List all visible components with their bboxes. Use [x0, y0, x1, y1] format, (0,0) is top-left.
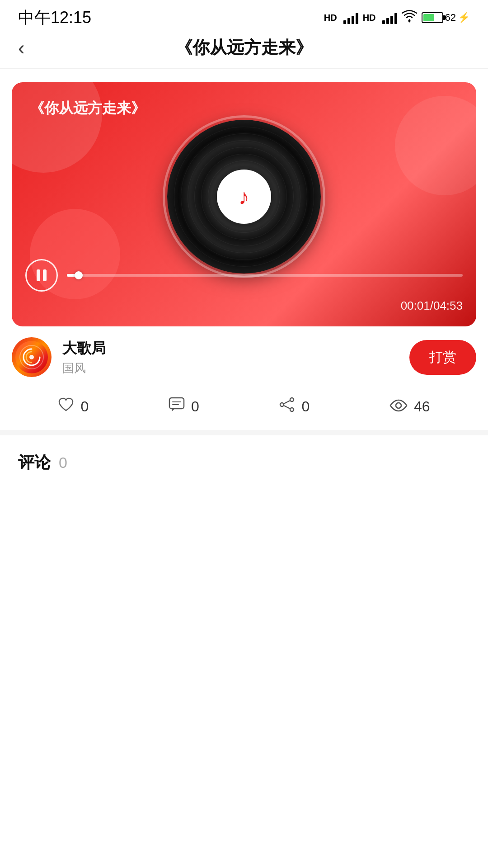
comments-header: 评论 0 [18, 452, 470, 474]
vinyl-container: ♪ [167, 120, 321, 274]
player-song-title: 《你从远方走来》 [30, 99, 145, 118]
svg-line-9 [284, 401, 290, 404]
progress-dot [75, 271, 83, 279]
share-icon [279, 397, 295, 416]
status-icons: HD HD [324, 10, 470, 26]
signal-bars-2 [382, 11, 397, 24]
svg-point-6 [290, 398, 294, 401]
bg-blob-1 [12, 82, 102, 173]
svg-point-8 [280, 403, 284, 406]
hd-label-2: HD [363, 13, 376, 23]
page-title: 《你从远方走来》 [175, 36, 313, 59]
bg-blob-3 [395, 96, 476, 195]
battery-percent: 62 [445, 12, 456, 24]
author-info: 大歌局 国风 [62, 339, 399, 376]
shares-count: 0 [301, 398, 310, 415]
vinyl-record: ♪ [167, 120, 321, 274]
views-stat: 46 [389, 397, 430, 416]
music-note-icon: ♪ [239, 184, 249, 209]
avatar-inner [15, 341, 48, 373]
back-button[interactable]: ‹ [18, 37, 25, 59]
status-bar: 中午12:15 HD HD [0, 0, 488, 32]
eye-icon [389, 397, 408, 416]
chat-icon [169, 397, 185, 416]
author-tag: 国风 [62, 360, 399, 376]
signal-bars-1 [343, 11, 358, 24]
player-card: 《你从远方走来》 ♪ [12, 82, 476, 326]
views-count: 46 [414, 398, 430, 415]
comments-label: 评论 [18, 452, 51, 474]
likes-stat[interactable]: 0 [58, 397, 89, 416]
reward-button[interactable]: 打赏 [409, 340, 476, 375]
nav-bar: ‹ 《你从远方走来》 [0, 32, 488, 69]
status-time: 中午12:15 [18, 7, 91, 29]
vinyl-center: ♪ [217, 170, 271, 224]
stats-row: 0 0 0 [0, 388, 488, 435]
svg-rect-3 [169, 398, 184, 409]
comments-section: 评论 0 [0, 435, 488, 490]
pause-icon [37, 269, 47, 281]
comments-total: 0 [59, 454, 67, 472]
pause-button[interactable] [25, 259, 58, 292]
battery-icon [422, 12, 443, 23]
heart-icon [58, 397, 74, 416]
bolt-icon: ⚡ [458, 12, 470, 24]
phoenix-logo [19, 344, 44, 370]
hd-label-1: HD [324, 13, 337, 23]
battery-fill [423, 14, 435, 21]
comments-stat[interactable]: 0 [169, 397, 199, 416]
comments-count: 0 [191, 398, 199, 415]
author-name: 大歌局 [62, 339, 399, 359]
svg-point-0 [408, 19, 410, 22]
svg-point-2 [29, 355, 34, 359]
progress-track[interactable] [67, 274, 463, 277]
author-avatar [12, 337, 52, 377]
svg-point-11 [396, 403, 401, 408]
svg-point-7 [290, 408, 294, 411]
player-controls: 00:01/04:53 [12, 259, 476, 326]
shares-stat[interactable]: 0 [279, 397, 310, 416]
svg-line-10 [284, 406, 290, 409]
time-display: 00:01/04:53 [25, 296, 463, 313]
battery-container: 62 ⚡ [422, 12, 470, 24]
author-row: 大歌局 国风 打赏 [0, 326, 488, 388]
likes-count: 0 [80, 398, 89, 415]
progress-row [25, 259, 463, 292]
wifi-icon [402, 10, 417, 26]
